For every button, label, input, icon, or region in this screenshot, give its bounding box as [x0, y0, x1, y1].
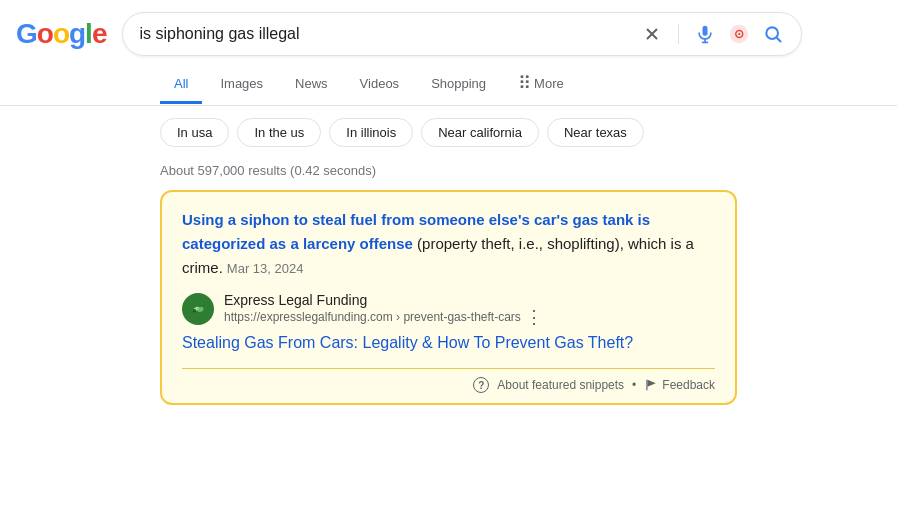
snippet-article-link[interactable]: Stealing Gas From Cars: Legality & How T… [182, 334, 715, 352]
nav-tabs: All Images News Videos Shopping ⠿ More [0, 64, 897, 106]
tab-all[interactable]: All [160, 66, 202, 104]
source-options-button[interactable]: ⋮ [525, 308, 543, 326]
svg-rect-2 [703, 26, 708, 36]
snippet-footer: ? About featured snippets • Feedback [182, 368, 715, 403]
logo-letter-g: G [16, 18, 37, 49]
mic-icon [695, 24, 715, 44]
logo-letter-l: l [85, 18, 92, 49]
google-logo: Google [16, 18, 106, 50]
clear-button[interactable] [640, 22, 664, 46]
about-snippets-label[interactable]: About featured snippets [497, 378, 624, 392]
filter-chips: In usa In the us In illinois Near califo… [0, 106, 897, 159]
logo-letter-g2: g [69, 18, 85, 49]
filter-chip-inusa[interactable]: In usa [160, 118, 229, 147]
tab-shopping[interactable]: Shopping [417, 66, 500, 104]
filter-chip-nearcalifornia[interactable]: Near california [421, 118, 539, 147]
search-submit-button[interactable] [761, 22, 785, 46]
search-bar: ⊙ [122, 12, 802, 56]
footer-dot-separator: • [632, 378, 636, 392]
source-url: https://expresslegalfunding.com › preven… [224, 308, 715, 326]
search-icon [763, 24, 783, 44]
svg-line-8 [777, 38, 781, 42]
lens-search-button[interactable]: ⊙ [727, 22, 751, 46]
filter-chip-intheus[interactable]: In the us [237, 118, 321, 147]
source-name: Express Legal Funding [224, 292, 715, 308]
tab-more[interactable]: ⠿ More [504, 64, 578, 105]
featured-snippet: Using a siphon to steal fuel from someon… [160, 190, 737, 405]
feedback-label: Feedback [662, 378, 715, 392]
tab-videos[interactable]: Videos [346, 66, 414, 104]
snippet-body: Using a siphon to steal fuel from someon… [182, 208, 715, 280]
about-snippets-icon[interactable]: ? [473, 377, 489, 393]
snippet-date: Mar 13, 2024 [227, 261, 304, 276]
camera-icon: ⊙ [728, 23, 750, 45]
logo-letter-o1: o [37, 18, 53, 49]
filter-chip-inillinois[interactable]: In illinois [329, 118, 413, 147]
voice-search-button[interactable] [693, 22, 717, 46]
more-dots-icon: ⠿ [518, 74, 531, 92]
logo-letter-e: e [92, 18, 107, 49]
filter-chip-neartexas[interactable]: Near texas [547, 118, 644, 147]
search-icons: ⊙ [640, 22, 785, 46]
logo-letter-o2: o [53, 18, 69, 49]
source-info: Express Legal Funding https://expressleg… [224, 292, 715, 326]
feedback-button[interactable]: Feedback [644, 378, 715, 392]
close-icon [643, 25, 661, 43]
flag-icon [644, 378, 658, 392]
source-logo [182, 293, 214, 325]
divider [678, 24, 679, 44]
header: Google [0, 0, 897, 64]
source-logo-icon [187, 298, 209, 320]
tab-images[interactable]: Images [206, 66, 277, 104]
svg-rect-11 [647, 380, 648, 391]
results-count: About 597,000 results (0.42 seconds) [0, 159, 897, 190]
snippet-source: Express Legal Funding https://expressleg… [182, 292, 715, 326]
svg-point-10 [193, 309, 197, 313]
search-input[interactable] [139, 25, 630, 43]
svg-text:⊙: ⊙ [734, 27, 744, 41]
tab-news[interactable]: News [281, 66, 342, 104]
